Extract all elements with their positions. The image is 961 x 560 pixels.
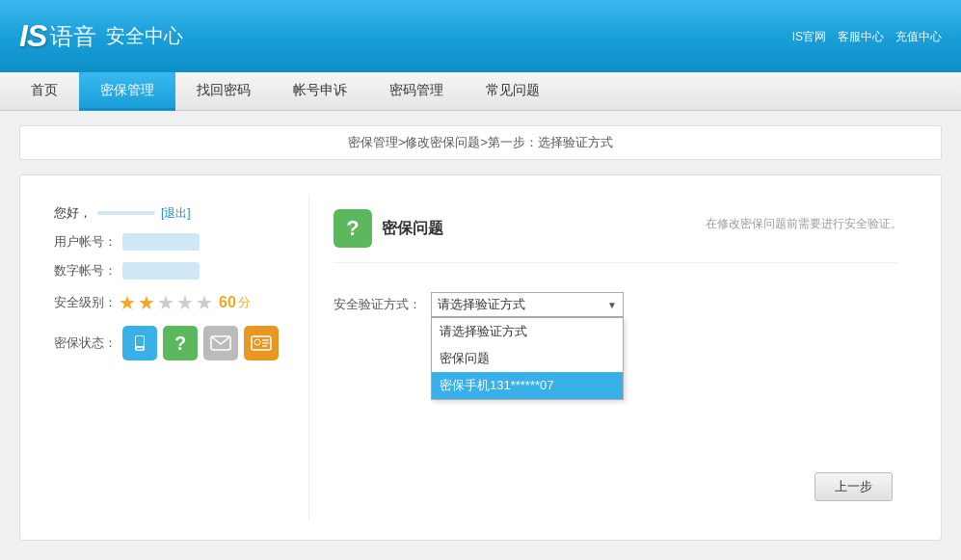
section-title: 密保问题 xyxy=(382,219,443,239)
logout-link[interactable]: [退出] xyxy=(161,205,191,222)
logo-subtitle: 安全中心 xyxy=(106,23,183,49)
star-4: ★ xyxy=(176,291,194,314)
back-button[interactable]: 上一步 xyxy=(814,472,893,501)
status-email-icon xyxy=(203,326,238,360)
nav-item-security[interactable]: 密保管理 xyxy=(79,72,175,111)
digital-label: 数字帐号： xyxy=(54,262,117,280)
greeting-row: 您好， [退出] xyxy=(54,204,294,222)
score-unit: 分 xyxy=(238,294,251,311)
star-5: ★ xyxy=(196,291,213,314)
form-label: 安全验证方式： xyxy=(334,292,421,313)
status-phone-icon xyxy=(122,326,157,360)
dropdown-option-1[interactable]: 密保问题 xyxy=(432,345,623,372)
security-label: 安全级别： xyxy=(54,294,117,311)
dropdown-option-0[interactable]: 请选择验证方式 xyxy=(432,318,623,345)
section-desc: 在修改密保问题前需要进行安全验证。 xyxy=(706,216,902,232)
question-icon: ? xyxy=(334,209,372,248)
status-label: 密保状态： xyxy=(54,334,117,352)
dropdown-arrow-icon: ▼ xyxy=(607,300,617,310)
star-2: ★ xyxy=(138,291,155,314)
dropdown-container: 请选择验证方式 ▼ 请选择验证方式 密保问题 密保手机131******07 xyxy=(431,292,624,317)
nav-item-appeal[interactable]: 帐号申诉 xyxy=(272,72,368,111)
star-1: ★ xyxy=(119,291,136,314)
greeting-label: 您好， xyxy=(54,204,92,222)
logo-text: 语音 xyxy=(50,21,96,52)
username-box xyxy=(97,211,155,215)
logo: IS 语音 安全中心 xyxy=(19,18,183,54)
section-header: ? 密保问题 在修改密保问题前需要进行安全验证。 xyxy=(334,209,897,248)
dropdown-list: 请选择验证方式 密保问题 密保手机131******07 xyxy=(431,317,624,400)
security-level-row: 安全级别： ★ ★ ★ ★ ★ 60 分 xyxy=(54,291,294,314)
link-customer[interactable]: 客服中心 xyxy=(838,28,884,44)
nav-item-retrieve[interactable]: 找回密码 xyxy=(175,72,272,111)
svg-rect-2 xyxy=(136,336,144,346)
form-row: 安全验证方式： 请选择验证方式 ▼ 请选择验证方式 密保问题 密保手机131**… xyxy=(334,292,897,317)
logo-is: IS xyxy=(19,18,46,54)
header: IS 语音 安全中心 IS官网 客服中心 充值中心 xyxy=(0,0,961,72)
nav-item-password[interactable]: 密码管理 xyxy=(368,72,465,111)
status-id-icon xyxy=(244,326,279,360)
score-value: 60 xyxy=(219,294,236,311)
header-links: IS官网 客服中心 充值中心 xyxy=(792,28,942,44)
link-is-official[interactable]: IS官网 xyxy=(792,28,826,44)
star-3: ★ xyxy=(157,291,174,314)
svg-point-5 xyxy=(254,339,260,345)
main-panel: 您好， [退出] 用户帐号： 数字帐号： 安全级别： ★ ★ ★ ★ ★ 60 … xyxy=(19,174,942,541)
dropdown-option-2[interactable]: 密保手机131******07 xyxy=(432,372,623,399)
account-value xyxy=(122,233,200,251)
breadcrumb: 密保管理>修改密保问题>第一步：选择验证方式 xyxy=(19,125,942,160)
account-label: 用户帐号： xyxy=(54,233,117,251)
nav-item-home[interactable]: 首页 xyxy=(10,72,79,111)
content: 密保管理>修改密保问题>第一步：选择验证方式 您好， [退出] 用户帐号： 数字… xyxy=(0,111,961,560)
right-panel: ? 密保问题 在修改密保问题前需要进行安全验证。 安全验证方式： 请选择验证方式… xyxy=(309,195,921,520)
divider xyxy=(334,262,897,263)
dropdown-selected[interactable]: 请选择验证方式 ▼ xyxy=(431,292,624,317)
digital-value xyxy=(122,262,200,280)
left-panel: 您好， [退出] 用户帐号： 数字帐号： 安全级别： ★ ★ ★ ★ ★ 60 … xyxy=(40,195,309,520)
back-btn-row: 上一步 xyxy=(814,472,893,501)
nav-item-faq[interactable]: 常见问题 xyxy=(465,72,561,111)
status-question-icon: ? xyxy=(163,326,198,360)
security-status-row: 密保状态： ? xyxy=(54,326,294,360)
link-recharge[interactable]: 充值中心 xyxy=(895,28,942,44)
account-row: 用户帐号： xyxy=(54,233,294,251)
dropdown-selected-text: 请选择验证方式 xyxy=(438,296,525,313)
svg-rect-1 xyxy=(137,348,143,350)
digital-row: 数字帐号： xyxy=(54,262,294,280)
nav: 首页 密保管理 找回密码 帐号申诉 密码管理 常见问题 xyxy=(0,72,961,111)
